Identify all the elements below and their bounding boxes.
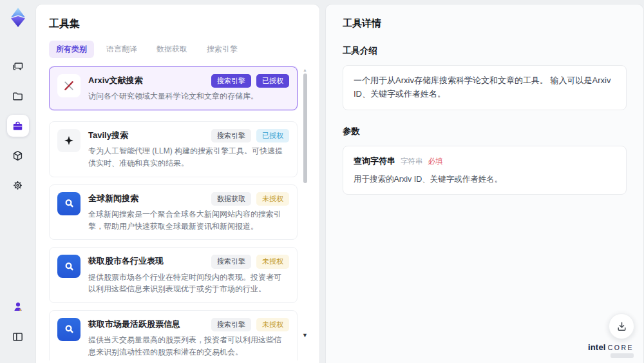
scrollbar-up-arrow[interactable]: ▲ [303, 68, 307, 72]
tool-category-badge: 搜索引擎 [211, 74, 251, 88]
news-search-icon [57, 192, 80, 215]
tool-description: 提供股票市场各个行业在特定时间段内的表现。投资者可以利用这些信息来识别表现优于或… [88, 271, 289, 295]
parameter-required-badge: 必填 [428, 157, 443, 166]
parameter-list: 查询字符串 字符串 必填 用于搜索的Arxiv ID、关键字或作者姓名。 [343, 146, 627, 195]
tool-card[interactable]: 获取股市各行业表现 搜索引擎 未授权 提供股票市场各个行业在特定时间段内的表现。… [49, 247, 298, 303]
sidebar-bottom-items [7, 296, 29, 363]
tool-list: Arxiv文献搜索 搜索引擎 已授权 访问各个研究领域大量科学论文和文章的存储库… [49, 66, 309, 360]
app-logo-icon [8, 6, 28, 28]
user-icon [12, 301, 24, 313]
tool-description: 访问各个研究领域大量科学论文和文章的存储库。 [88, 90, 289, 103]
sidebar-item-chat[interactable] [7, 55, 29, 77]
arxiv-x-icon [57, 74, 80, 97]
download-icon [616, 321, 627, 332]
tool-auth-badge: 未授权 [256, 192, 289, 206]
tool-description: 提供当天交易量最高的股票列表，投资者可以利用这些信息来识别流动性强的股票和潜在的… [88, 334, 289, 358]
intel-core-badge: intel CORE [588, 342, 634, 358]
tool-name: Arxiv文献搜索 [88, 74, 143, 87]
tool-intro-box: 一个用于从Arxiv存储库搜索科学论文和文章的工具。 输入可以是Arxiv ID… [343, 65, 627, 110]
intel-brand-sub: CORE [608, 344, 634, 351]
sidebar-item-models[interactable] [7, 144, 29, 166]
tool-auth-badge: 未授权 [256, 255, 289, 268]
parameter-card: 查询字符串 字符串 必填 用于搜索的Arxiv ID、关键字或作者姓名。 [343, 146, 627, 195]
tool-card[interactable]: Tavily搜索 搜索引擎 已授权 专为人工智能代理 (LLM) 构建的搜索引擎… [49, 121, 298, 177]
params-heading: 参数 [343, 126, 627, 137]
sidebar-items [7, 55, 29, 204]
download-button[interactable] [609, 313, 634, 339]
intro-heading: 工具介绍 [343, 45, 627, 57]
tool-name: 获取市场最活跃股票信息 [88, 318, 180, 331]
scrollbar-thumb[interactable] [303, 74, 307, 183]
tool-list-panel: 工具集 所有类别语言翻译数据获取搜索引擎 Arxiv文献搜索 搜索引擎 已授权 … [35, 4, 320, 363]
news-search-icon [57, 255, 80, 278]
sidebar-item-profile[interactable] [7, 296, 29, 318]
tool-category-badge: 数据获取 [211, 192, 251, 206]
scrollbar[interactable]: ▲ ▼ [301, 68, 308, 360]
tool-name: 全球新闻搜索 [88, 192, 138, 205]
parameter-type: 字符串 [401, 157, 423, 166]
scrollbar-down-arrow[interactable]: ▼ [302, 333, 308, 338]
tool-category-badge: 搜索引擎 [211, 255, 251, 268]
tool-description: 专为人工智能代理 (LLM) 构建的搜索引擎工具。可快速提供实时、准确和真实的结… [88, 145, 289, 169]
sidebar-item-files[interactable] [7, 85, 29, 107]
chat-icon [12, 61, 24, 73]
sidebar-item-tools[interactable] [7, 115, 29, 137]
cube-icon [12, 150, 24, 162]
detail-title: 工具详情 [343, 17, 627, 30]
sidebar [0, 0, 35, 363]
tool-auth-badge: 已授权 [256, 129, 289, 142]
folder-icon [12, 90, 24, 103]
app-window: 工具集 所有类别语言翻译数据获取搜索引擎 Arxiv文献搜索 搜索引擎 已授权 … [0, 0, 644, 363]
intel-brand-name: intel [588, 342, 606, 352]
tool-category-badge: 搜索引擎 [211, 129, 251, 142]
tool-auth-badge: 未授权 [256, 318, 289, 331]
tab-all[interactable]: 所有类别 [49, 41, 94, 58]
page-title: 工具集 [49, 17, 309, 31]
parameter-name: 查询字符串 [354, 155, 395, 167]
tab-data[interactable]: 数据获取 [149, 41, 194, 58]
category-tabs: 所有类别语言翻译数据获取搜索引擎 [49, 41, 309, 58]
news-search-icon [57, 318, 80, 341]
sidebar-item-settings[interactable] [7, 174, 29, 196]
tab-search[interactable]: 搜索引擎 [200, 41, 245, 58]
tool-card[interactable]: 全球新闻搜索 数据获取 未授权 全球新闻搜索是一个聚合全球各大新闻网站内容的搜索… [49, 184, 298, 240]
tool-name: Tavily搜索 [88, 129, 128, 142]
tool-auth-badge: 已授权 [256, 74, 289, 88]
spark-icon [57, 129, 80, 152]
tool-description: 全球新闻搜索是一个聚合全球各大新闻网站内容的搜索引擎，帮助用户快速获取全球最新资… [88, 208, 289, 232]
tool-card[interactable]: 获取市场最活跃股票信息 搜索引擎 未授权 提供当天交易量最高的股票列表，投资者可… [49, 310, 298, 360]
intel-ultra-bar [611, 353, 634, 358]
tool-category-badge: 搜索引擎 [211, 318, 251, 331]
tool-name: 获取股市各行业表现 [88, 255, 164, 268]
tool-detail-panel: 工具详情 工具介绍 一个用于从Arxiv存储库搜索科学论文和文章的工具。 输入可… [325, 4, 644, 363]
tab-translation[interactable]: 语言翻译 [99, 41, 144, 58]
gear-icon [12, 179, 24, 191]
panel-icon [12, 331, 24, 343]
parameter-description: 用于搜索的Arxiv ID、关键字或作者姓名。 [354, 173, 616, 186]
briefcase-icon [12, 120, 24, 132]
tool-card[interactable]: Arxiv文献搜索 搜索引擎 已授权 访问各个研究领域大量科学论文和文章的存储库… [49, 66, 298, 110]
sidebar-item-collapse[interactable] [7, 326, 29, 348]
